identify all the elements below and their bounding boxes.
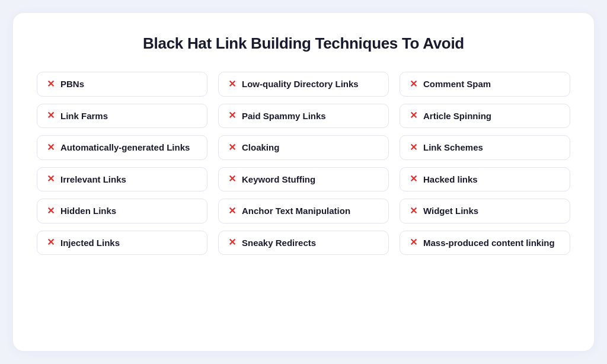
tag-label-auto-generated: Automatically-generated Links: [60, 142, 190, 154]
x-icon: ✕: [410, 238, 417, 247]
x-icon: ✕: [47, 79, 55, 89]
tag-label-link-farms: Link Farms: [60, 110, 108, 122]
tag-comment-spam: ✕Comment Spam: [400, 72, 570, 97]
x-icon: ✕: [228, 79, 236, 89]
tag-label-hacked-links: Hacked links: [423, 174, 478, 186]
tag-pbns: ✕PBNs: [37, 72, 207, 97]
tag-paid-spammy: ✕Paid Spammy Links: [218, 104, 389, 129]
tag-label-paid-spammy: Paid Spammy Links: [242, 110, 326, 122]
x-icon: ✕: [47, 206, 55, 216]
x-icon: ✕: [47, 238, 55, 247]
x-icon: ✕: [47, 111, 55, 120]
column-1: ✕PBNs✕Link Farms✕Automatically-generated…: [37, 72, 207, 255]
tag-hacked-links: ✕Hacked links: [400, 167, 570, 192]
tag-sneaky-redirects: ✕Sneaky Redirects: [218, 231, 389, 256]
tag-label-hidden-links: Hidden Links: [60, 205, 116, 217]
x-icon: ✕: [228, 111, 236, 120]
tag-anchor-text: ✕Anchor Text Manipulation: [218, 199, 389, 223]
x-icon: ✕: [410, 174, 417, 184]
tag-label-article-spinning: Article Spinning: [423, 110, 491, 122]
tag-link-schemes: ✕Link Schemes: [400, 135, 570, 160]
x-icon: ✕: [47, 143, 55, 152]
column-2: ✕Low-quality Directory Links✕Paid Spammy…: [218, 72, 389, 255]
tag-label-sneaky-redirects: Sneaky Redirects: [242, 237, 316, 249]
tag-label-low-quality-dir: Low-quality Directory Links: [242, 78, 359, 90]
tag-label-irrelevant-links: Irrelevant Links: [60, 174, 126, 186]
main-card: Black Hat Link Building Techniques To Av…: [13, 13, 594, 351]
tag-article-spinning: ✕Article Spinning: [400, 104, 570, 129]
tag-keyword-stuffing: ✕Keyword Stuffing: [218, 167, 389, 192]
tag-label-widget-links: Widget Links: [423, 205, 478, 217]
tag-hidden-links: ✕Hidden Links: [37, 199, 207, 223]
tag-widget-links: ✕Widget Links: [400, 199, 570, 223]
tag-link-farms: ✕Link Farms: [37, 104, 207, 129]
tag-label-injected-links: Injected Links: [60, 237, 120, 249]
x-icon: ✕: [410, 206, 417, 216]
x-icon: ✕: [410, 79, 417, 89]
tag-label-cloaking: Cloaking: [242, 142, 279, 154]
tag-mass-produced: ✕Mass-produced content linking: [400, 231, 570, 256]
x-icon: ✕: [410, 143, 417, 152]
column-3: ✕Comment Spam✕Article Spinning✕Link Sche…: [400, 72, 570, 255]
x-icon: ✕: [228, 238, 236, 247]
tag-irrelevant-links: ✕Irrelevant Links: [37, 167, 207, 192]
page-title: Black Hat Link Building Techniques To Av…: [37, 34, 570, 53]
tag-label-link-schemes: Link Schemes: [423, 142, 483, 154]
columns-container: ✕PBNs✕Link Farms✕Automatically-generated…: [37, 72, 570, 255]
tag-label-keyword-stuffing: Keyword Stuffing: [242, 174, 315, 186]
tag-label-pbns: PBNs: [60, 78, 84, 90]
x-icon: ✕: [228, 143, 236, 152]
x-icon: ✕: [47, 174, 55, 184]
x-icon: ✕: [228, 174, 236, 184]
tag-injected-links: ✕Injected Links: [37, 231, 207, 256]
x-icon: ✕: [228, 206, 236, 216]
tag-low-quality-dir: ✕Low-quality Directory Links: [218, 72, 389, 97]
tag-label-anchor-text: Anchor Text Manipulation: [242, 205, 350, 217]
tag-label-mass-produced: Mass-produced content linking: [423, 237, 555, 249]
x-icon: ✕: [410, 111, 417, 120]
tag-auto-generated: ✕Automatically-generated Links: [37, 135, 207, 160]
tag-cloaking: ✕Cloaking: [218, 135, 389, 160]
tag-label-comment-spam: Comment Spam: [423, 78, 491, 90]
